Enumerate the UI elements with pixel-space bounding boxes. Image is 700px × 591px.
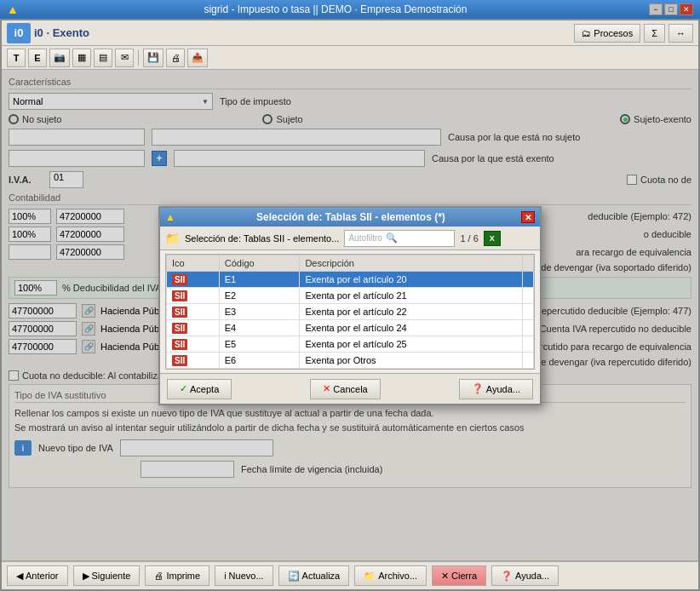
modal-overlay: ▲ Selección de: Tablas SII - elementos (… [2,70,698,560]
cell-codigo: E4 [219,320,300,336]
anterior-icon: ◀ [16,571,23,582]
app-label: i0 · Exento [34,26,89,39]
filter-button[interactable]: ▤ [94,49,112,67]
modal-table: Ico Código Descripción SII E1 Exenta por… [166,255,534,369]
col-ico: Ico [167,255,220,272]
siguiente-icon: ▶ [83,571,89,582]
x-icon: ✕ [323,383,330,394]
modal-footer: ✓ Acepta ✕ Cancela ❓ Ayuda... [160,373,540,404]
actualiza-button[interactable]: 🔄 Actualiza [278,565,350,586]
cell-descripcion: Exenta por el artículo 21 [300,288,523,304]
save-button[interactable]: 💾 [143,49,164,67]
close-button[interactable]: ✕ [680,3,693,15]
content-area: Características Normal ▼ Tipo de impuest… [2,70,698,560]
cell-ico: SII [167,320,220,336]
sii-badge: SII [172,339,187,350]
modal-table-container: Ico Código Descripción SII E1 Exenta por… [165,254,535,370]
actualiza-icon: 🔄 [288,571,300,582]
sii-badge: SII [172,290,187,301]
modal-title-bar: ▲ Selección de: Tablas SII - elementos (… [160,208,540,227]
imprime-button[interactable]: 🖨 Imprime [145,565,209,586]
cell-ico: SII [167,272,220,288]
cell-descripcion: Exenta por el artículo 22 [300,304,523,320]
cell-ico: SII [167,288,220,304]
camera-button[interactable]: 📷 [49,49,70,67]
help-icon: ❓ [472,383,484,394]
ayuda-bottom-button[interactable]: ❓ Ayuda... [491,565,559,586]
main-window: i0 i0 · Exento 🗂 Procesos Σ ↔ T E 📷 ▦ ▤ … [0,19,700,591]
procesos-icon: 🗂 [582,28,591,38]
edit-button[interactable]: E [28,49,47,67]
table-row[interactable]: SII E3 Exenta por el artículo 22 [167,304,534,320]
cell-codigo: E3 [219,304,300,320]
archivo-icon: 📁 [364,571,376,582]
print-button[interactable]: 🖨 [166,49,185,67]
cell-ico: SII [167,304,220,320]
title-bar-text: sigrid - Impuesto o tasa || DEMO · Empre… [22,3,649,15]
print-icon: 🖨 [154,571,164,581]
procesos-button[interactable]: 🗂 Procesos [574,24,640,43]
archivo-button[interactable]: 📁 Archivo... [354,565,427,586]
bottom-toolbar: ◀ Anterior ▶ Siguiente 🖨 Imprime i Nuevo… [2,560,698,589]
cell-scroll [523,336,534,353]
ayuda-button[interactable]: ❓ Ayuda... [459,379,533,399]
modal-toolbar-label: Selección de: Tablas SII - elemento... [185,233,339,244]
toolbar-row2: T E 📷 ▦ ▤ ✉ 💾 🖨 📤 [2,46,698,70]
modal-toolbar: 📁 Selección de: Tablas SII - elemento...… [160,227,540,250]
col-descripcion: Descripción [300,255,523,272]
sigma-button[interactable]: Σ [644,24,665,43]
cell-scroll [523,320,534,336]
sii-badge: SII [172,307,187,318]
table-row[interactable]: SII E1 Exenta por el artículo 20 [167,272,534,288]
cell-codigo: E1 [219,272,300,288]
cell-scroll [523,288,534,304]
anterior-button[interactable]: ◀ Anterior [7,565,68,586]
siguiente-button[interactable]: ▶ Siguiente [73,565,141,586]
col-scroll [523,255,534,272]
table-row[interactable]: SII E2 Exenta por el artículo 21 [167,288,534,304]
cell-descripcion: Exenta por el artículo 24 [300,320,523,336]
cell-descripcion: Exenta por Otros [300,353,523,369]
modal-excel-button[interactable]: X [484,231,501,246]
modal-folder-icon: 📁 [165,232,180,245]
cierra-button[interactable]: ✕ Cierra [432,565,486,586]
cell-codigo: E5 [219,336,300,353]
title-bar-controls: − □ ✕ [649,3,693,15]
col-codigo: Código [219,255,300,272]
table-row[interactable]: SII E4 Exenta por el artículo 24 [167,320,534,336]
modal-search-input[interactable]: Autofiltro 🔍 [344,230,455,247]
cell-descripcion: Exenta por el artículo 25 [300,336,523,353]
letter-button[interactable]: ✉ [115,49,134,67]
cell-ico: SII [167,336,220,353]
toolbar-row1: i0 i0 · Exento 🗂 Procesos Σ ↔ [2,20,698,46]
export-button[interactable]: 📤 [187,49,208,67]
grid-button[interactable]: ▦ [72,49,91,67]
nav-button[interactable]: ↔ [668,24,693,43]
separator1 [138,50,139,66]
cell-ico: SII [167,353,220,369]
table-row[interactable]: SII E5 Exenta por el artículo 25 [167,336,534,353]
cell-descripcion: Exenta por el artículo 20 [300,272,523,288]
nuevo-button[interactable]: i Nuevo... [215,565,273,586]
table-row[interactable]: SII E6 Exenta por Otros [167,353,534,369]
modal-title-text: Selección de: Tablas SII - elementos (*) [256,211,445,223]
app-icon-box: i0 [7,23,31,43]
ayuda-icon: ❓ [501,571,513,582]
cell-scroll [523,272,534,288]
sii-badge: SII [172,274,187,285]
modal-close-button[interactable]: ✕ [521,211,535,223]
text-button[interactable]: T [7,49,26,67]
maximize-button[interactable]: □ [664,3,678,15]
minimize-button[interactable]: − [649,3,663,15]
modal-dialog: ▲ Selección de: Tablas SII - elementos (… [158,206,542,405]
cell-scroll [523,304,534,320]
cierra-icon: ✕ [441,571,449,582]
modal-title-icon: ▲ [165,211,175,223]
modal-page-info: 1 / 6 [460,233,478,244]
acepta-button[interactable]: ✓ Acepta [167,379,232,399]
cancela-button[interactable]: ✕ Cancela [310,379,380,399]
cell-scroll [523,353,534,369]
cell-codigo: E2 [219,288,300,304]
cell-codigo: E6 [219,353,300,369]
app-icon: ▲ [7,3,19,16]
